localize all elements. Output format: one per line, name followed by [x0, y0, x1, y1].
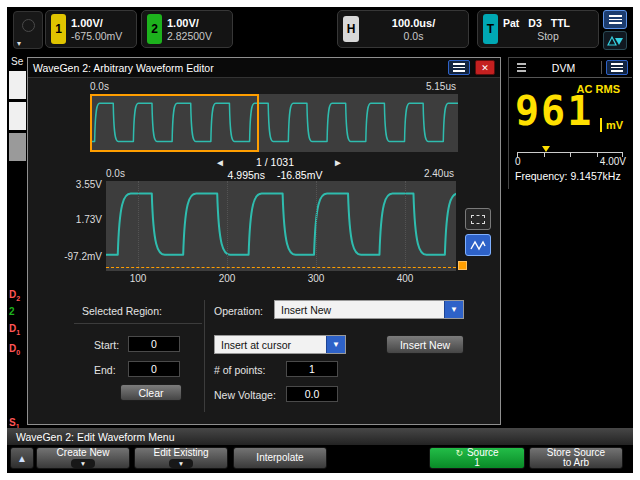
selected-region-label: Selected Region: [82, 305, 162, 317]
insert-new-button[interactable]: Insert New [386, 335, 464, 354]
channel-2-status[interactable]: 2 1.00V/ 2.82500V [141, 10, 233, 48]
dvm-scale-marker [542, 146, 550, 152]
run-status: Stop [503, 30, 593, 43]
back-up-button[interactable]: ▲ [10, 447, 34, 469]
selection-rectangle[interactable] [90, 94, 259, 152]
softkey-source[interactable]: ↻ Source 1 [429, 447, 525, 469]
operation-dropdown[interactable]: Insert New ▼ [274, 300, 464, 319]
dual-waveform-icon[interactable] [603, 31, 627, 50]
divider [204, 300, 205, 412]
x-tick-label: 100 [123, 273, 153, 284]
horizontal-status[interactable]: H 100.0us/ 0.0s [337, 10, 469, 48]
list-item[interactable] [9, 102, 26, 130]
softkey-label: Create New [57, 448, 110, 458]
chevron-down-icon: ▼ [169, 459, 193, 468]
trigger-mode: Pat [503, 16, 519, 30]
dvm-panel: DVM AC RMS 961 mV 0 4.00V Frequency: 9.1… [508, 57, 632, 189]
y-tick-label: 1.73V [52, 214, 102, 225]
dvm-scale-max: 4.00V [600, 156, 626, 167]
top-status-bar: ▾ 1 1.00V/ -675.00mV 2 1.00V/ 2.82500V H… [7, 7, 633, 53]
insert-mode-value: Insert at cursor [215, 339, 326, 351]
waveform-editor-dialog: WaveGen 2: Arbitrary Waveform Editor ✕ 0… [27, 57, 501, 425]
dvm-value: 961 [515, 91, 593, 131]
select-region-icon [471, 215, 485, 224]
dvm-header[interactable]: DVM [509, 58, 632, 78]
trigger-badge: T [483, 14, 498, 44]
voltage-label: New Voltage: [214, 389, 276, 401]
dialog-title-bar[interactable]: WaveGen 2: Arbitrary Waveform Editor ✕ [28, 58, 500, 78]
overview-waveform[interactable] [90, 94, 458, 152]
clear-button[interactable]: Clear [120, 384, 182, 401]
end-label: End: [94, 364, 116, 376]
drag-handle[interactable] [458, 261, 467, 270]
menu-title: WaveGen 2: Edit Waveform Menu [16, 431, 175, 443]
select-region-button[interactable] [465, 208, 491, 230]
start-label: Start: [94, 339, 119, 351]
dial-icon [22, 19, 35, 32]
dialog-menu-button[interactable] [448, 60, 470, 75]
top-menu-icon[interactable] [603, 10, 627, 29]
dialog-title: WaveGen 2: Arbitrary Waveform Editor [33, 62, 214, 74]
zoom-start-label: 0.0s [106, 168, 125, 179]
y-tick-label: 3.55V [52, 179, 102, 190]
dvm-title: DVM [530, 62, 597, 74]
reference-baseline [106, 267, 456, 268]
softkey-create-new[interactable]: Create New ▼ [36, 447, 130, 469]
drag-grip-icon [517, 63, 526, 72]
oscilloscope-screen: ▾ 1 1.00V/ -675.00mV 2 1.00V/ 2.82500V H… [7, 7, 633, 473]
cursor-time: 4.995ns [228, 169, 265, 181]
points-field[interactable]: 1 [286, 361, 338, 377]
list-item[interactable] [9, 133, 26, 161]
softkey-store-source[interactable]: Store Source to Arb [529, 447, 623, 469]
x-tick-label: 200 [212, 273, 242, 284]
timebase-delay: 0.0s [364, 30, 463, 43]
channel-1-offset: -675.00mV [71, 30, 131, 43]
cursor-voltage: -16.85mV [277, 169, 323, 181]
end-field[interactable]: 0 [128, 361, 180, 377]
timebase-scale: 100.0us/ [364, 16, 463, 30]
divider [74, 323, 202, 324]
insert-mode-dropdown[interactable]: Insert at cursor ▼ [214, 335, 346, 354]
voltage-field[interactable]: 0.0 [286, 386, 338, 402]
start-field[interactable]: 0 [128, 336, 180, 352]
dvm-frequency: Frequency: 9.1457kHz [515, 170, 621, 182]
softkey-value: 1 [474, 458, 480, 468]
close-button[interactable]: ✕ [475, 60, 495, 75]
next-page-button[interactable]: ► [330, 157, 346, 168]
softkey-label: to Arb [563, 458, 589, 468]
chevron-down-icon: ▾ [17, 39, 21, 48]
x-tick-label: 400 [390, 273, 420, 284]
system-menu-icon[interactable]: ▾ [13, 11, 43, 49]
list-item[interactable] [9, 71, 26, 99]
softkey-edit-existing[interactable]: Edit Existing ▼ [134, 447, 228, 469]
overview-start-label: 0.0s [90, 81, 109, 92]
softkey-label: Edit Existing [153, 448, 208, 458]
trigger-status[interactable]: T Pat D3 TTL Stop [477, 10, 599, 48]
x-tick-label: 300 [301, 273, 331, 284]
cursor-readout: 4.995ns -16.85mV [150, 169, 400, 181]
zoom-waveform[interactable] [106, 181, 456, 271]
zoom-end-label: 2.40us [424, 168, 454, 179]
trigger-level: TTL [551, 16, 570, 30]
y-tick-label: -97.2mV [52, 251, 102, 262]
dvm-menu-button[interactable] [606, 60, 628, 75]
divider [601, 61, 602, 74]
dvm-scale-min: 0 [515, 156, 521, 167]
channel-2-marker: 2 [9, 307, 15, 321]
chevron-down-icon[interactable]: ▼ [326, 336, 345, 353]
overview-end-label: 5.15us [426, 81, 456, 92]
channel-1-status[interactable]: 1 1.00V/ -675.00mV [45, 10, 137, 48]
digital-label-d0: D0 [9, 344, 20, 358]
edit-waveform-button[interactable] [465, 234, 491, 256]
points-label: # of points: [214, 364, 265, 376]
softkey-label: Interpolate [256, 453, 303, 463]
channel-1-scale: 1.00V/ [71, 16, 131, 30]
softkey-interpolate[interactable]: Interpolate [233, 447, 327, 469]
operation-value: Insert New [275, 304, 444, 316]
channel-1-badge: 1 [51, 14, 66, 44]
chevron-down-icon[interactable]: ▼ [444, 301, 463, 318]
digital-label-d1: D1 [9, 324, 20, 338]
menu-title-bar: WaveGen 2: Edit Waveform Menu [7, 428, 633, 445]
softkey-row: ▲ Create New ▼ Edit Existing ▼ Interpola… [7, 447, 633, 471]
zoom-trace [106, 181, 456, 271]
